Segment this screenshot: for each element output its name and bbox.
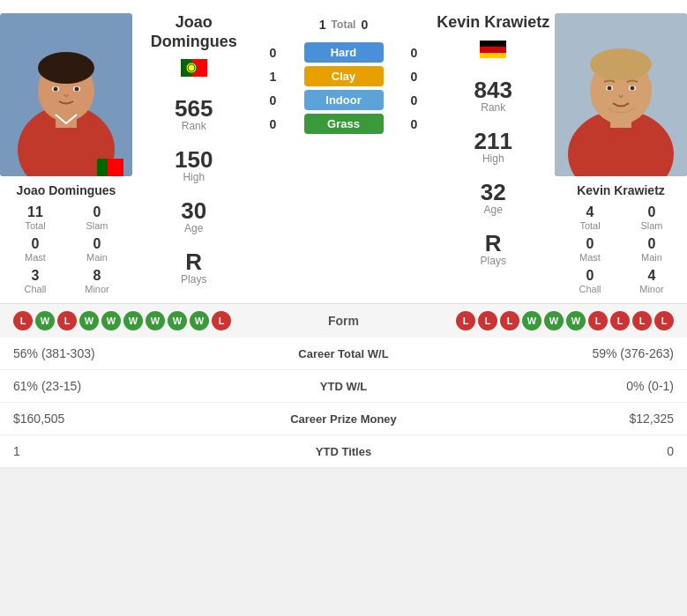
left-ytd-wl: 61% (23-15) xyxy=(0,370,213,403)
main-container: Joao Domingues 11 Total 0 Slam 0 Mast 0 … xyxy=(0,0,687,468)
player-left-rank-block: 565 Rank xyxy=(175,97,213,132)
clay-right-score: 0 xyxy=(406,70,423,84)
player-left-slam: 0 Slam xyxy=(71,204,123,231)
form-badge-left: W xyxy=(190,311,209,330)
svg-rect-15 xyxy=(480,41,506,47)
middle-section: 1 Total 0 0 Hard 0 1 Clay 0 0 Indoor xyxy=(256,13,432,294)
form-badge-right: L xyxy=(654,311,674,330)
hard-left-score: 0 xyxy=(265,46,282,60)
svg-rect-17 xyxy=(480,53,506,58)
player-right-name: Kevin Krawietz xyxy=(577,183,665,197)
prize-row: $160,505 Career Prize Money $12,325 xyxy=(0,403,687,435)
svg-point-25 xyxy=(608,86,612,91)
grass-right-score: 0 xyxy=(406,117,423,131)
form-badge-right: W xyxy=(566,311,586,330)
surface-rows: 0 Hard 0 1 Clay 0 0 Indoor 0 0 Grass xyxy=(265,39,423,137)
form-badge-right: L xyxy=(610,311,630,330)
player-left-minor: 8 Minor xyxy=(71,268,123,294)
form-badge-left: L xyxy=(57,311,77,330)
form-badge-right: L xyxy=(478,311,497,330)
form-badge-left: W xyxy=(79,311,99,330)
clay-left-score: 1 xyxy=(265,70,282,84)
right-ytd-titles: 0 xyxy=(474,435,687,468)
player-left-stats-panel: Joao Domingues 565 Rank 150 xyxy=(132,13,256,294)
form-badge-left: W xyxy=(168,311,187,330)
grass-badge: Grass xyxy=(304,114,384,134)
players-section: Joao Domingues 11 Total 0 Slam 0 Mast 0 … xyxy=(0,0,687,304)
svg-point-22 xyxy=(590,48,652,80)
clay-row: 1 Clay 0 xyxy=(265,66,423,86)
form-badge-left: W xyxy=(101,311,121,330)
svg-point-7 xyxy=(54,87,58,92)
career-wl-label: Career Total W/L xyxy=(213,338,474,370)
player-left-stats-grid: 11 Total 0 Slam 0 Mast 0 Main 3 Chall xyxy=(0,204,132,294)
player-left-name: Joao Domingues xyxy=(17,183,116,197)
player-left-age-block: 30 Age xyxy=(181,199,206,234)
left-career-wl: 56% (381-303) xyxy=(0,338,213,370)
player-right-age-block: 32 Age xyxy=(481,181,506,216)
grass-left-score: 0 xyxy=(265,117,282,131)
form-badge-right: L xyxy=(456,311,475,330)
player-left-total: 11 Total xyxy=(9,204,62,231)
player-right-form: LLLWWWLLLL xyxy=(456,311,674,330)
indoor-badge: Indoor xyxy=(304,90,384,110)
player-right-stats-grid: 4 Total 0 Slam 0 Mast 0 Main 0 Chall xyxy=(555,204,687,294)
prize-label: Career Prize Money xyxy=(213,403,474,435)
svg-point-8 xyxy=(75,87,79,92)
right-career-wl: 59% (376-263) xyxy=(474,338,687,370)
form-section: LWLWWWWWWL Form LLLWWWLLLL xyxy=(0,304,687,338)
form-badge-left: W xyxy=(146,311,165,330)
player-left-chall: 3 Chall xyxy=(9,268,62,294)
player-right-plays-block: R Plays xyxy=(481,232,506,267)
ytd-wl-row: 61% (23-15) YTD W/L 0% (0-1) xyxy=(0,370,687,403)
svg-point-26 xyxy=(631,86,635,91)
player-left-high-block: 150 High xyxy=(175,148,213,183)
player-right-mast: 0 Mast xyxy=(564,236,616,263)
player-right-name-header: Kevin Krawietz xyxy=(437,13,549,33)
svg-rect-16 xyxy=(480,47,506,53)
player-right-main: 0 Main xyxy=(625,236,678,263)
player-left-flag xyxy=(181,59,207,77)
total-right-score: 0 xyxy=(355,18,373,32)
player-left-photo xyxy=(0,13,132,176)
player-right-minor: 4 Minor xyxy=(625,268,678,294)
ytd-wl-label: YTD W/L xyxy=(213,370,474,403)
player-right-total: 4 Total xyxy=(564,204,616,231)
form-label: Form xyxy=(309,314,379,328)
form-badge-right: L xyxy=(500,311,519,330)
player-right-slam: 0 Slam xyxy=(625,204,678,231)
player-right-flag xyxy=(480,41,506,58)
player-left-mast: 0 Mast xyxy=(9,236,62,263)
grass-row: 0 Grass 0 xyxy=(265,114,423,134)
form-badge-right: L xyxy=(632,311,652,330)
player-right-rank-block: 843 Rank xyxy=(474,78,512,114)
indoor-left-score: 0 xyxy=(265,93,282,108)
ytd-titles-row: 1 YTD Titles 0 xyxy=(0,435,687,468)
form-badge-left: W xyxy=(123,311,143,330)
player-left-main: 0 Main xyxy=(71,236,123,263)
left-prize: $160,505 xyxy=(0,403,213,435)
player-right: Kevin Krawietz 4 Total 0 Slam 0 Mast 0 M… xyxy=(555,13,687,294)
total-label: Total xyxy=(332,19,356,31)
form-badge-right: W xyxy=(544,311,564,330)
ytd-titles-label: YTD Titles xyxy=(213,435,474,468)
svg-rect-10 xyxy=(108,159,123,176)
hard-row: 0 Hard 0 xyxy=(265,42,423,63)
total-row: 1 Total 0 xyxy=(314,18,374,32)
hard-right-score: 0 xyxy=(406,46,423,60)
player-right-photo xyxy=(555,13,687,176)
player-left-form: LWLWWWWWWL xyxy=(13,311,231,330)
form-badge-left: W xyxy=(35,311,55,330)
indoor-row: 0 Indoor 0 xyxy=(265,90,423,110)
indoor-right-score: 0 xyxy=(406,93,423,108)
right-ytd-wl: 0% (0-1) xyxy=(474,370,687,403)
clay-badge: Clay xyxy=(304,66,384,86)
player-right-stats-panel: Kevin Krawietz 843 Rank 211 High xyxy=(432,13,556,294)
player-left: Joao Domingues 11 Total 0 Slam 0 Mast 0 … xyxy=(0,13,132,294)
form-badge-right: L xyxy=(588,311,608,330)
right-prize: $12,325 xyxy=(474,403,687,435)
form-badge-right: W xyxy=(522,311,541,330)
player-left-name-header: Joao Domingues xyxy=(137,13,251,51)
career-wl-row: 56% (381-303) Career Total W/L 59% (376-… xyxy=(0,338,687,370)
player-left-plays-block: R Plays xyxy=(181,250,206,286)
